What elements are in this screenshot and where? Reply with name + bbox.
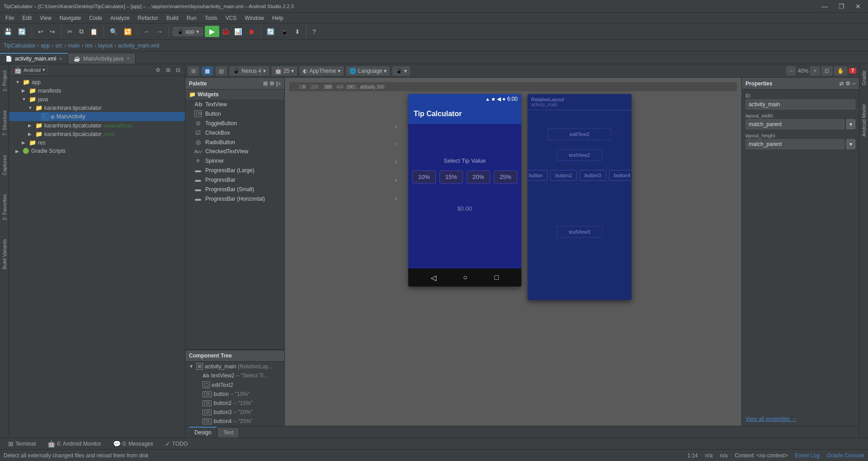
run-button[interactable]: ▶: [205, 26, 219, 37]
pan-button[interactable]: ✋: [834, 66, 847, 75]
properties-expand-icon[interactable]: ⇄: [839, 80, 844, 87]
language-dropdown[interactable]: 🌐 Language ▾: [346, 66, 390, 75]
palette-item-progressbar-horizontal[interactable]: ▬ ProgressBar (Horizontal): [185, 194, 284, 203]
breadcrumb-src[interactable]: src: [55, 42, 62, 49]
menu-run[interactable]: Run: [183, 14, 200, 22]
palette-item-progressbar-large[interactable]: ▬ ProgressBar (Large): [185, 165, 284, 175]
tree-item-package-androidtest[interactable]: ▶ 📁 karanhirani.tipcalculator (androidTe…: [9, 121, 185, 130]
copy-button[interactable]: ⧉: [77, 26, 86, 37]
palette-search-icon[interactable]: |≡: [276, 80, 281, 87]
tree-item-app[interactable]: ▼ 📁 app: [9, 78, 185, 86]
sidebar-item-project[interactable]: 1: Project: [1, 68, 8, 94]
coverage-button[interactable]: 📊: [232, 27, 244, 37]
tab-terminal[interactable]: ⊞ Terminal: [4, 438, 40, 449]
palette-item-togglebutton[interactable]: ⊙ ToggleButton: [185, 118, 284, 128]
menu-refactor[interactable]: Refactor: [134, 14, 162, 22]
prop-layout-width-input[interactable]: [745, 119, 844, 129]
design-tab-design[interactable]: Design: [189, 427, 217, 437]
palette-expand-icon[interactable]: ⊞: [263, 80, 268, 87]
menu-view[interactable]: View: [36, 14, 55, 22]
design-tab-text[interactable]: Text: [218, 427, 239, 437]
save-all-button[interactable]: 💾: [2, 27, 14, 37]
comp-item-button4[interactable]: OK button4 – "25%": [185, 417, 284, 426]
btn-20-percent[interactable]: 20%: [467, 170, 490, 183]
gradle-sync-button[interactable]: 🔄: [264, 27, 277, 37]
avd-manager-button[interactable]: 📱: [278, 27, 291, 37]
menu-help[interactable]: Help: [269, 14, 287, 22]
sidebar-item-build-variants[interactable]: Build Variants: [1, 236, 8, 272]
sync-button[interactable]: 🔄: [16, 27, 28, 37]
palette-settings-icon[interactable]: ⚙: [269, 80, 274, 87]
palette-item-spinner[interactable]: ≡ Spinner: [185, 156, 284, 165]
palette-section-widgets[interactable]: 📁 Widgets: [185, 89, 284, 99]
tree-item-manifests[interactable]: ▶ 📁 manifests: [9, 86, 185, 95]
btn-10-percent[interactable]: 10%: [412, 170, 436, 183]
palette-item-checkbox[interactable]: ☑ CheckBox: [185, 128, 284, 137]
tab-activity-main-xml[interactable]: 📄 activity_main.xml ✕: [0, 53, 68, 64]
menu-window[interactable]: Window: [241, 14, 268, 22]
api-dropdown[interactable]: 🤖 25 ▾: [272, 66, 297, 75]
undo-button[interactable]: ↩: [36, 27, 46, 37]
tab-xml-close[interactable]: ✕: [59, 56, 62, 61]
breadcrumb-app[interactable]: app: [41, 42, 50, 49]
menu-file[interactable]: File: [2, 14, 18, 22]
palette-item-textview[interactable]: Ab TextView: [185, 99, 284, 109]
menu-tools[interactable]: Tools: [201, 14, 221, 22]
tree-item-mainactivity[interactable]: C ◉ MainActivity: [9, 112, 185, 121]
prop-id-input[interactable]: [745, 99, 855, 109]
comp-item-edittext2[interactable]: ▢ editText2: [185, 380, 284, 390]
breadcrumb-main[interactable]: main: [68, 42, 80, 49]
menu-navigate[interactable]: Navigate: [56, 14, 85, 22]
palette-item-progressbar-small[interactable]: ▬ ProgressBar (Small): [185, 184, 284, 194]
device-type-dropdown[interactable]: 📱 ▾: [392, 66, 410, 75]
layout-toggle-btn[interactable]: ▦: [202, 66, 213, 75]
theme-dropdown[interactable]: ◐ AppTheme ▾: [300, 66, 344, 75]
breadcrumb-layout[interactable]: layout: [98, 42, 113, 49]
project-expand-button[interactable]: ⊞: [164, 66, 172, 74]
stop-button[interactable]: ⏹: [246, 27, 257, 37]
btn-15-percent[interactable]: 15%: [439, 170, 463, 183]
android-view-dropdown[interactable]: 🤖 Android ▾: [12, 66, 47, 75]
sidebar-item-gradle[interactable]: Gradle: [860, 68, 868, 88]
tree-item-res[interactable]: ▶ 📁 res: [9, 138, 185, 147]
back-button[interactable]: ←: [142, 27, 152, 37]
zoom-out-button[interactable]: −: [786, 66, 796, 75]
breadcrumb-tipcalculator[interactable]: TipCalculator: [4, 42, 35, 49]
palette-item-progressbar[interactable]: ▬ ProgressBar: [185, 175, 284, 184]
palette-item-radiobutton[interactable]: ◎ RadioButton: [185, 137, 284, 147]
sidebar-item-captures[interactable]: Captures: [1, 152, 8, 178]
tree-item-package-test[interactable]: ▶ 📁 karanhirani.tipcalculator (test): [9, 130, 185, 138]
menu-build[interactable]: Build: [163, 14, 182, 22]
comp-item-activity-main[interactable]: ▼ ⊞ activity_main (RelativeLay...: [185, 362, 284, 371]
project-settings-button[interactable]: ⚙: [154, 66, 162, 74]
project-collapse-button[interactable]: ⊟: [174, 66, 182, 74]
comp-item-button2[interactable]: OK button2 – "15%": [185, 399, 284, 408]
tab-messages[interactable]: 💬 0: Messages: [108, 438, 158, 449]
paste-button[interactable]: 📋: [88, 27, 100, 37]
debug-button[interactable]: 🐞: [221, 27, 230, 36]
palette-item-checkedtextview[interactable]: Av✓ CheckedTextView: [185, 147, 284, 156]
forward-button[interactable]: →: [154, 27, 165, 37]
tab-java-close[interactable]: ✕: [126, 56, 130, 61]
close-button[interactable]: ✕: [852, 2, 864, 11]
breadcrumb-res[interactable]: res: [85, 42, 93, 49]
properties-settings-icon[interactable]: ⚙: [845, 80, 850, 87]
gradle-console-link[interactable]: Gradle Console: [827, 452, 864, 459]
sidebar-item-structure[interactable]: 7: Structure: [1, 108, 8, 139]
comp-item-textview2[interactable]: Ab textView2 – "Select Ti...: [185, 371, 284, 380]
tab-android-monitor[interactable]: 🤖 6: Android Monitor: [43, 438, 105, 449]
comp-item-button[interactable]: OK button – "10%": [185, 390, 284, 399]
device-dropdown[interactable]: 📱 Nexus 4 ▾: [230, 66, 269, 75]
sidebar-item-android-model[interactable]: Android Model: [860, 102, 868, 139]
menu-code[interactable]: Code: [85, 14, 106, 22]
zoom-in-button[interactable]: +: [810, 66, 820, 75]
redo-button[interactable]: ↪: [47, 27, 57, 37]
maximize-button[interactable]: ❐: [835, 2, 848, 11]
layout-width-dropdown-btn[interactable]: ▾: [846, 119, 855, 129]
design-view-toggle-btn[interactable]: ⊞: [188, 66, 199, 75]
run-configuration-dropdown[interactable]: 📱 app ▾: [173, 27, 203, 36]
btn-25-percent[interactable]: 25%: [494, 170, 517, 183]
tree-item-java[interactable]: ▼ 📁 java: [9, 95, 185, 103]
view-all-properties-link[interactable]: View all properties →: [742, 412, 859, 426]
cut-button[interactable]: ✂: [65, 27, 75, 37]
